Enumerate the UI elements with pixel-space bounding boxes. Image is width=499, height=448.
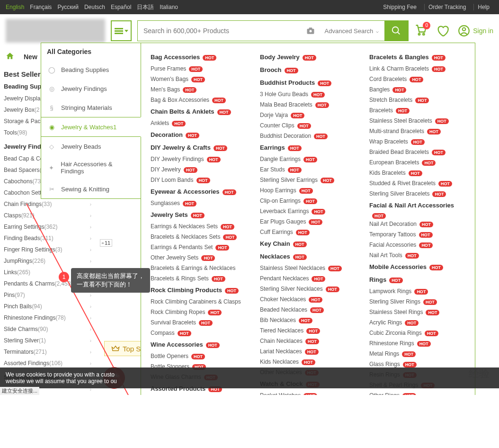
mega-heading[interactable]: Chain Belts & Anklets: [151, 108, 214, 115]
mega-link[interactable]: Ear Plugs GaugesHOT: [260, 216, 356, 227]
mega-link[interactable]: 3 Hole Guru BeadsHOT: [260, 89, 356, 99]
mega-heading[interactable]: Eyewear & Accessories: [151, 188, 220, 195]
mega-link[interactable]: Pocket WatchesHOT: [260, 390, 356, 395]
home-icon[interactable]: [6, 52, 14, 63]
signin-link[interactable]: Sign in: [458, 25, 493, 37]
mega-link[interactable]: Bracelets & Necklaces SetsHOT: [151, 232, 247, 242]
mega-link[interactable]: Rock Climbing RopesHOT: [151, 307, 247, 317]
mega-heading[interactable]: Bracelets & Bangles: [369, 54, 429, 61]
mega-link[interactable]: Stainless Steel RingsHOT: [369, 307, 465, 317]
mega-link[interactable]: SunglassesHOT: [151, 198, 247, 208]
mega-link[interactable]: Earrings & Necklaces SetsHOT: [151, 221, 247, 232]
mega-link[interactable]: European BraceletsHOT: [369, 157, 465, 168]
category-item[interactable]: ◉Jewelry & Watches1: [41, 117, 141, 137]
search-input[interactable]: [138, 21, 302, 41]
mega-link[interactable]: Temporary TattoosHOT: [369, 229, 465, 240]
mega-link[interactable]: DIY Jewelry FindingsHOT: [151, 154, 247, 164]
sidebar-item[interactable]: Terminators(271)›: [4, 346, 91, 358]
mega-link[interactable]: Braided Bead BraceletsHOT: [369, 147, 465, 157]
mega-link[interactable]: Men's BagsHOT: [151, 84, 247, 95]
mega-link[interactable]: Kids NecklacesHOT: [260, 357, 356, 367]
mega-link[interactable]: DIY Loom BandsHOT: [151, 175, 247, 185]
mega-link[interactable]: Sterling Silver NecklacesHOT: [260, 284, 356, 294]
category-item[interactable]: ✦Hair Accessories & Findings: [41, 156, 141, 179]
lang-link[interactable]: Deutsch: [84, 4, 105, 10]
top-link[interactable]: Help: [473, 4, 493, 10]
mega-link[interactable]: Dangle EarringsHOT: [260, 154, 356, 164]
mega-link[interactable]: Studded & Rivet BraceletsHOT: [369, 178, 465, 188]
mega-link[interactable]: Link & Charm BraceletsHOT: [369, 63, 465, 74]
category-item[interactable]: ◇Jewelry Beads: [41, 137, 141, 156]
lang-link[interactable]: Español: [111, 4, 131, 10]
top-link[interactable]: Order Tracking: [424, 4, 470, 10]
category-item[interactable]: §Stringing Materials: [41, 98, 141, 117]
mega-link[interactable]: Stretch BraceletsHOT: [369, 95, 465, 105]
search-button[interactable]: [384, 21, 408, 41]
mega-link[interactable]: Bottle OpenersHOT: [151, 351, 247, 361]
mega-link[interactable]: Beaded NecklacesHOT: [260, 305, 356, 315]
top-link[interactable]: Shipping Fee: [379, 4, 420, 10]
mega-heading[interactable]: Earrings: [260, 144, 285, 151]
mega-link[interactable]: Ear StudsHOT: [260, 164, 356, 175]
sort-button[interactable]: [111, 20, 132, 41]
mega-link[interactable]: Metal RingsHOT: [369, 349, 465, 359]
sidebar-item[interactable]: Slide Charms(90)›: [4, 323, 91, 335]
mega-heading[interactable]: DIY Jewelry & Crafts: [151, 144, 211, 151]
mega-link[interactable]: AnkletsHOT: [151, 118, 247, 128]
mega-heading[interactable]: Necklaces: [260, 253, 290, 260]
mega-link[interactable]: Lariat NecklacesHOT: [260, 346, 356, 357]
mega-heading[interactable]: Buddhist Products: [260, 79, 315, 86]
sidebar-item[interactable]: Clasps(921)›: [4, 210, 91, 221]
mega-link[interactable]: Chain NecklacesHOT: [260, 336, 356, 346]
mega-link[interactable]: Nail Art DecorationHOT: [369, 219, 465, 229]
lang-link[interactable]: Italiano: [160, 4, 178, 10]
mega-heading[interactable]: Brooch: [260, 66, 282, 73]
mega-link[interactable]: Wrap BraceletsHOT: [369, 136, 465, 147]
mega-heading[interactable]: Wine Accessories: [151, 341, 203, 348]
mega-link[interactable]: Clip-on EarringsHOT: [260, 196, 356, 206]
heart-icon[interactable]: [436, 24, 449, 37]
mega-link[interactable]: Hoop EarringsHOT: [260, 185, 356, 196]
mega-link[interactable]: Leverback EarringsHOT: [260, 206, 356, 216]
category-item[interactable]: ◯Beading Supplies: [41, 60, 141, 79]
mega-link[interactable]: Facial AccessoriesHOT: [369, 240, 465, 250]
sidebar-item[interactable]: Rhinestone Findings(78)›: [4, 312, 91, 323]
mega-link[interactable]: Purse FramesHOT: [151, 63, 247, 74]
mega-link[interactable]: Rock Climbing Carabiners & Clasps: [151, 296, 247, 307]
lang-link[interactable]: Русский: [57, 4, 79, 10]
sidebar-item[interactable]: JumpRings(226)›: [4, 255, 91, 267]
mega-link[interactable]: CompassHOT: [151, 328, 247, 338]
mega-heading[interactable]: Jewelry Sets: [151, 211, 188, 218]
mega-link[interactable]: Bracelets & Rings SetsHOT: [151, 273, 247, 284]
category-item[interactable]: ✂Sewing & Knitting: [41, 179, 141, 198]
mega-link[interactable]: Kids BraceletsHOT: [369, 168, 465, 178]
advanced-search[interactable]: Advanced Search ⌵: [319, 21, 385, 41]
mega-link[interactable]: Survival BraceletsHOT: [151, 317, 247, 328]
mega-link[interactable]: DIY JewelryHOT: [151, 164, 247, 175]
mega-link[interactable]: Nail Art ToolsHOT: [369, 250, 465, 260]
lang-link[interactable]: Français: [30, 4, 52, 10]
mega-link[interactable]: Choker NecklacesHOT: [260, 294, 356, 305]
mega-link[interactable]: Bracelets & Earrings & Necklaces: [151, 263, 247, 273]
mega-heading[interactable]: Rock Climbing Products: [151, 287, 222, 294]
mega-heading[interactable]: Body Jewelry: [260, 54, 300, 61]
mega-link[interactable]: Acrylic RingsHOT: [369, 317, 465, 328]
mega-heading[interactable]: Key Chain: [260, 240, 290, 247]
mega-link[interactable]: Cuff EarringsHOT: [260, 227, 356, 237]
mega-link[interactable]: Stainless Steel NecklacesHOT: [260, 263, 356, 273]
mega-link[interactable]: Cubic Zirconia RingsHOT: [369, 328, 465, 338]
mega-link[interactable]: Cord BraceletsHOT: [369, 74, 465, 84]
sidebar-item[interactable]: Sterling Silver(1)›: [4, 335, 91, 346]
mega-link[interactable]: Pendant NecklacesHOT: [260, 273, 356, 284]
mega-link[interactable]: Sterling Sliver RingsHOT: [369, 296, 465, 307]
mega-heading[interactable]: Bag Accessories: [151, 54, 200, 61]
sidebar-item[interactable]: Finger Ring Settings(3)›: [4, 244, 91, 255]
mega-link[interactable]: Bib NecklacesHOT: [260, 315, 356, 325]
mega-link[interactable]: Earrings & Pendants SetHOT: [151, 242, 247, 252]
lang-link[interactable]: English: [6, 4, 24, 10]
sidebar-item[interactable]: Earring Settings(362)›: [4, 221, 91, 233]
mega-link[interactable]: Women's BagsHOT: [151, 74, 247, 84]
sidebar-item[interactable]: Chain Findings(33)›: [4, 198, 91, 210]
category-item[interactable]: ◎Jewelry Findings: [41, 79, 141, 98]
mega-link[interactable]: Multi-strand BraceletsHOT: [369, 126, 465, 136]
